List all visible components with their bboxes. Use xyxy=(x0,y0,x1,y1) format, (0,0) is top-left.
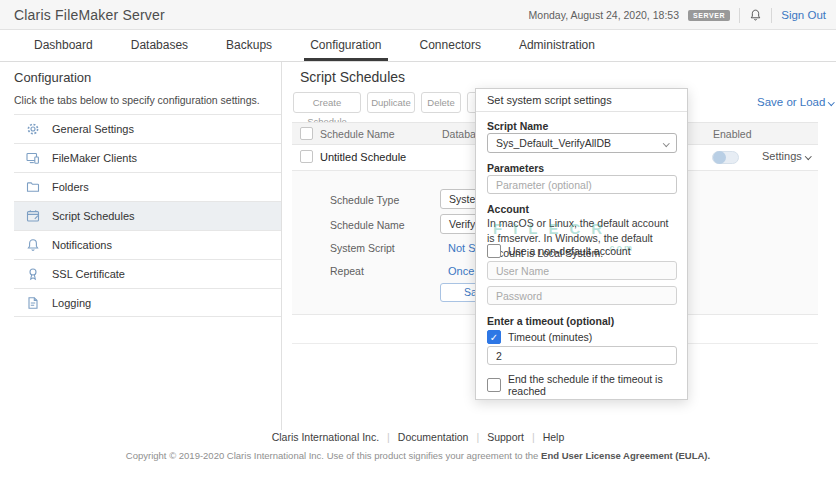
account-label: Account xyxy=(487,203,529,215)
footer-link-support[interactable]: Support xyxy=(487,431,524,443)
sidebar-divider xyxy=(281,62,282,430)
sidebar-item-filemaker-clients[interactable]: FileMaker Clients xyxy=(14,143,281,172)
tab-connectors[interactable]: Connectors xyxy=(414,30,487,61)
timeout-section-label: Enter a timeout (optional) xyxy=(487,315,614,327)
chevron-down-icon xyxy=(663,140,669,146)
tab-databases[interactable]: Databases xyxy=(125,30,194,61)
clients-icon xyxy=(26,151,40,165)
duplicate-button[interactable]: Duplicate xyxy=(367,92,415,113)
bell-icon xyxy=(26,238,40,252)
save-or-load-dropdown[interactable]: Save or Load xyxy=(757,96,834,108)
page-title: Script Schedules xyxy=(300,69,405,85)
divider xyxy=(739,8,740,23)
certificate-icon xyxy=(26,267,40,281)
sidebar-list: General Settings FileMaker Clients Folde… xyxy=(14,114,281,317)
sidebar-item-script-schedules[interactable]: Script Schedules xyxy=(14,201,281,230)
column-schedule-name: Schedule Name xyxy=(320,128,395,140)
create-schedule-button[interactable]: Create Schedule xyxy=(293,92,361,113)
sidebar-item-folders[interactable]: Folders xyxy=(14,172,281,201)
password-input[interactable] xyxy=(487,286,677,305)
enabled-toggle[interactable] xyxy=(712,151,739,164)
schedule-name-label: Schedule Name xyxy=(330,219,405,231)
system-script-label: System Script xyxy=(330,242,395,254)
parameters-input[interactable] xyxy=(487,175,677,194)
timeout-minutes-input[interactable] xyxy=(487,346,677,365)
script-name-label: Script Name xyxy=(487,120,548,132)
calendar-icon xyxy=(26,209,40,223)
non-default-account-checkbox[interactable]: Use a non-default account xyxy=(487,244,631,258)
sidebar-item-ssl-certificate[interactable]: SSL Certificate xyxy=(14,259,281,288)
divider xyxy=(771,8,772,23)
toggle-knob xyxy=(713,151,726,164)
footer-links: Claris International Inc.|Documentation|… xyxy=(0,431,836,443)
footer-link-help[interactable]: Help xyxy=(543,431,565,443)
eula-text: End User License Agreement (EULA). xyxy=(541,450,710,461)
tab-dashboard[interactable]: Dashboard xyxy=(28,30,99,61)
tab-administration[interactable]: Administration xyxy=(513,30,601,61)
schedule-name-cell: Untitled Schedule xyxy=(320,151,406,163)
username-input[interactable] xyxy=(487,261,677,280)
tab-backups[interactable]: Backups xyxy=(220,30,278,61)
sidebar-item-label: SSL Certificate xyxy=(52,268,125,280)
tab-configuration[interactable]: Configuration xyxy=(304,30,387,61)
script-name-select[interactable]: Sys_Default_VerifyAllDB xyxy=(487,133,677,153)
app-logo: Claris FileMaker Server xyxy=(14,0,165,30)
checkbox-unchecked[interactable] xyxy=(487,378,501,392)
sidebar-item-label: Script Schedules xyxy=(52,210,135,222)
select-all-checkbox[interactable] xyxy=(300,127,313,140)
sign-out-link[interactable]: Sign Out xyxy=(781,9,826,21)
repeat-label: Repeat xyxy=(330,265,364,277)
sidebar-item-label: Notifications xyxy=(52,239,112,251)
admin-console-page: Claris FileMaker Server Monday, August 2… xyxy=(0,0,836,484)
top-bar-right: Monday, August 24, 2020, 18:53 SERVER Si… xyxy=(529,0,826,30)
server-badge: SERVER xyxy=(688,10,730,21)
copyright-text: Copyright © 2019-2020 Claris Internation… xyxy=(0,450,836,461)
checkbox-unchecked[interactable] xyxy=(487,244,501,258)
divider: | xyxy=(387,431,390,443)
dialog-title: Set system script settings xyxy=(476,89,687,112)
system-script-settings-dialog: Set system script settings Script Name S… xyxy=(475,88,688,400)
sidebar-subtitle: Click the tabs below to specify configur… xyxy=(14,94,260,106)
row-checkbox[interactable] xyxy=(300,150,313,163)
folder-icon xyxy=(26,180,40,194)
parameters-label: Parameters xyxy=(487,162,544,174)
column-enabled: Enabled xyxy=(713,128,752,140)
chevron-down-icon xyxy=(805,153,811,159)
footer-link-documentation[interactable]: Documentation xyxy=(398,431,469,443)
sidebar-item-label: General Settings xyxy=(52,123,134,135)
notifications-bell-icon[interactable] xyxy=(749,8,762,22)
chevron-down-icon xyxy=(828,99,834,105)
log-icon xyxy=(26,296,40,310)
sidebar-item-logging[interactable]: Logging xyxy=(14,288,281,317)
timeout-checkbox[interactable]: ✓ Timeout (minutes) xyxy=(487,330,592,344)
end-schedule-checkbox[interactable]: End the schedule if the timeout is reach… xyxy=(487,373,687,397)
settings-dropdown[interactable]: Settings xyxy=(762,150,810,162)
sidebar-item-label: FileMaker Clients xyxy=(52,152,137,164)
sidebar-item-label: Logging xyxy=(52,297,91,309)
main-nav: Dashboard Databases Backups Configuratio… xyxy=(0,30,836,62)
delete-button[interactable]: Delete xyxy=(421,92,461,113)
sidebar-item-label: Folders xyxy=(52,181,89,193)
divider: | xyxy=(476,431,479,443)
schedule-type-label: Schedule Type xyxy=(330,194,399,206)
sidebar-title: Configuration xyxy=(14,70,91,85)
footer-link-claris[interactable]: Claris International Inc. xyxy=(272,431,379,443)
datetime-text: Monday, August 24, 2020, 18:53 xyxy=(529,9,679,21)
sidebar-item-general-settings[interactable]: General Settings xyxy=(14,114,281,143)
divider: | xyxy=(532,431,535,443)
top-bar: Claris FileMaker Server Monday, August 2… xyxy=(0,0,836,30)
sidebar-item-notifications[interactable]: Notifications xyxy=(14,230,281,259)
checkbox-checked[interactable]: ✓ xyxy=(487,330,501,344)
gear-icon xyxy=(26,122,40,136)
